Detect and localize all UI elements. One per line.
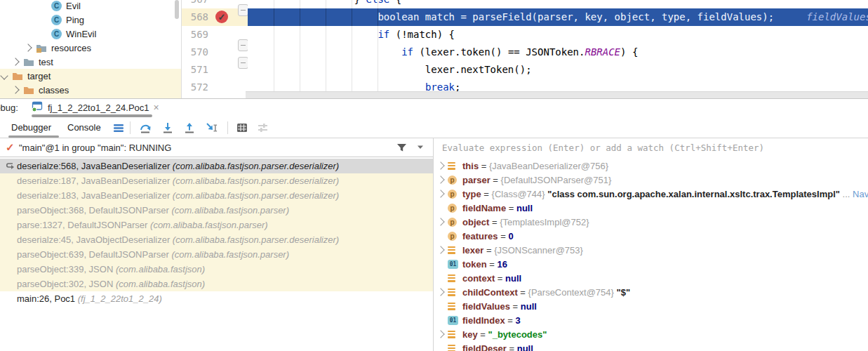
stack-frame-row[interactable]: deserialze:45, JavaObjectDeserializer (c… xyxy=(0,232,433,247)
variable-value: ... xyxy=(840,189,853,199)
inline-debugger-hint: fieldValues: null xyxy=(806,11,868,22)
variable-value: 0 xyxy=(508,231,513,241)
stack-frame-row[interactable]: parseObject:302, JSON (com.alibaba.fastj… xyxy=(0,277,433,291)
chevron-down-icon[interactable] xyxy=(0,72,8,79)
step-out-icon xyxy=(183,121,196,134)
variable-row-fieldValues[interactable]: fieldValues = null xyxy=(434,299,868,313)
variable-value: {TemplatesImpl@752} xyxy=(500,217,589,227)
stack-frame-row[interactable]: deserialze:183, JavaBeanDeserializer (co… xyxy=(0,188,433,203)
variable-row-fieldIndex[interactable]: 01fieldIndex = 3 xyxy=(434,313,868,327)
tree-item-ping[interactable]: CPing xyxy=(0,13,182,27)
parameter-icon: p xyxy=(448,204,457,213)
variable-name: childContext xyxy=(462,287,518,298)
resources-folder-icon xyxy=(36,43,47,53)
navigate-link[interactable]: Navigate xyxy=(853,189,868,199)
frame-location: deserialze:187, JavaBeanDeserializer xyxy=(17,176,173,186)
frame-location: parseObject:639, DefaultJSONParser xyxy=(17,249,171,260)
fold-marker-icon[interactable] xyxy=(238,4,248,16)
code-line-569: if (!match) { xyxy=(248,26,455,44)
tree-item-winevil[interactable]: CWinEvil xyxy=(0,27,182,41)
variable-row-context[interactable]: context = null xyxy=(434,271,868,285)
variable-row-fieldDeser[interactable]: fieldDeser = null xyxy=(434,341,868,351)
frame-location: main:26, Poc1 xyxy=(17,293,78,304)
chevron-down-icon[interactable] xyxy=(415,142,425,154)
primitive-icon: 01 xyxy=(448,316,458,325)
editor-region: CEvilCPingCWinEvilresourcestesttargetcla… xyxy=(0,0,868,98)
variable-row-type[interactable]: ptype = {Class@744} "class com.sun.org.a… xyxy=(434,187,868,201)
variable-value: null xyxy=(505,273,521,284)
field-icon xyxy=(448,162,455,170)
chevron-right-icon[interactable] xyxy=(436,190,444,197)
thread-selector-row[interactable]: ✓ "main"@1 in group "main": RUNNING xyxy=(0,138,433,157)
variable-row-this[interactable]: this = {JavaBeanDeserializer@756} xyxy=(434,159,868,173)
close-icon[interactable]: × xyxy=(154,102,159,112)
fold-marker-icon[interactable] xyxy=(238,57,248,69)
stack-frame-row[interactable]: main:26, Poc1 (fj_1_2_22to1_2_24) xyxy=(0,291,433,306)
parameter-icon: p xyxy=(448,190,457,199)
stack-frame-row[interactable]: deserialze:187, JavaBeanDeserializer (co… xyxy=(0,173,433,188)
frame-location: parseObject:368, DefaultJSONParser xyxy=(17,205,171,216)
line-number: 569 xyxy=(182,26,208,44)
tree-item-label: resources xyxy=(51,43,91,53)
variable-row-token[interactable]: 01token = 16 xyxy=(434,257,868,271)
step-out-icon[interactable] xyxy=(183,121,196,134)
project-tree-scrollbar[interactable] xyxy=(175,0,179,19)
ide-debug-window: CEvilCPingCWinEvilresourcestesttargetcla… xyxy=(0,0,868,351)
evaluate-expression-input[interactable]: Evaluate expression (Enter) or add a wat… xyxy=(442,138,863,158)
variable-value: null xyxy=(521,301,537,312)
stack-frame-row[interactable]: deserialze:568, JavaBeanDeserializer (co… xyxy=(0,159,433,173)
line-number: 571 xyxy=(182,61,208,79)
tab-debugger[interactable]: Debugger xyxy=(11,118,51,138)
variable-name: this xyxy=(462,161,479,171)
variable-row-key[interactable]: key = "_bytecodes" xyxy=(434,327,868,341)
frame-location: deserialze:568, JavaBeanDeserializer xyxy=(17,161,173,171)
debug-session-tab[interactable]: fj_1_2_22to1_2_24.Poc1 × xyxy=(32,100,159,115)
project-tree-panel: CEvilCPingCWinEvilresourcestesttargetcla… xyxy=(0,0,182,98)
chevron-right-icon[interactable] xyxy=(24,44,32,51)
variable-row-parser[interactable]: pparser = {DefaultJSONParser@751} xyxy=(434,173,868,187)
variable-row-object[interactable]: pobject = {TemplatesImpl@752} xyxy=(434,215,868,229)
breakpoint-icon[interactable]: ✓ xyxy=(215,11,228,23)
code-editor[interactable]: } else { boolean match = parseField(pars… xyxy=(248,0,868,91)
stack-frame-row[interactable]: parseObject:339, JSON (com.alibaba.fastj… xyxy=(0,262,433,277)
stack-frame-row[interactable]: parse:1327, DefaultJSONParser (com.aliba… xyxy=(0,218,433,232)
stack-frames-list: deserialze:568, JavaBeanDeserializer (co… xyxy=(0,157,433,351)
chevron-right-icon[interactable] xyxy=(436,161,444,169)
variable-row-lexer[interactable]: lexer = {JSONScanner@753} xyxy=(434,243,868,257)
tree-item-resources[interactable]: resources xyxy=(0,41,182,55)
fold-marker-icon[interactable] xyxy=(238,39,248,51)
tree-item-target[interactable]: target xyxy=(0,69,182,83)
debug-tool-window: Debug: fj_1_2_22to1_2_24.Poc1 × Debugger… xyxy=(0,98,868,351)
chevron-right-icon[interactable] xyxy=(436,246,444,253)
variable-row-childContext[interactable]: childContext = {ParseContext@754} "$" xyxy=(434,285,868,299)
layout-settings-icon[interactable] xyxy=(257,121,269,134)
run-to-cursor-icon[interactable] xyxy=(205,121,218,134)
tree-item-test[interactable]: test xyxy=(0,55,182,69)
step-into-icon[interactable] xyxy=(161,121,174,134)
frame-package: (com.alibaba.fastjson.parser) xyxy=(171,205,289,216)
variable-row-features[interactable]: pfeatures = 0 xyxy=(434,229,868,243)
tree-item-label: target xyxy=(27,71,51,81)
chevron-right-icon[interactable] xyxy=(11,86,19,93)
variable-row-fieldName[interactable]: pfieldName = null xyxy=(434,201,868,215)
stack-frame-row[interactable]: parseObject:368, DefaultJSONParser (com.… xyxy=(0,203,433,218)
debug-window-label: Debug: xyxy=(0,102,18,113)
view-breakpoints-icon[interactable] xyxy=(236,121,248,134)
chevron-right-icon[interactable] xyxy=(436,330,444,338)
variable-value: {DefaultJSONParser@751} xyxy=(501,175,612,185)
tree-item-evil[interactable]: CEvil xyxy=(0,0,182,13)
tab-console[interactable]: Console xyxy=(67,118,101,138)
filter-funnel-icon[interactable] xyxy=(396,142,408,156)
view-breakpoints-icon xyxy=(236,121,248,134)
variable-name: key xyxy=(462,329,478,340)
frame-package: (com.alibaba.fastjson) xyxy=(116,279,205,289)
debugger-menu-icon[interactable] xyxy=(112,121,125,134)
chevron-right-icon[interactable] xyxy=(436,176,444,183)
chevron-right-icon[interactable] xyxy=(436,288,444,296)
chevron-right-icon[interactable] xyxy=(436,218,444,225)
frame-package: (com.alibaba.fastjson.parser.deserialize… xyxy=(173,234,339,245)
chevron-right-icon[interactable] xyxy=(11,58,19,65)
stack-frame-row[interactable]: parseObject:639, DefaultJSONParser (com.… xyxy=(0,247,433,262)
step-over-icon[interactable] xyxy=(139,121,152,134)
tree-item-classes[interactable]: classes xyxy=(0,83,182,97)
